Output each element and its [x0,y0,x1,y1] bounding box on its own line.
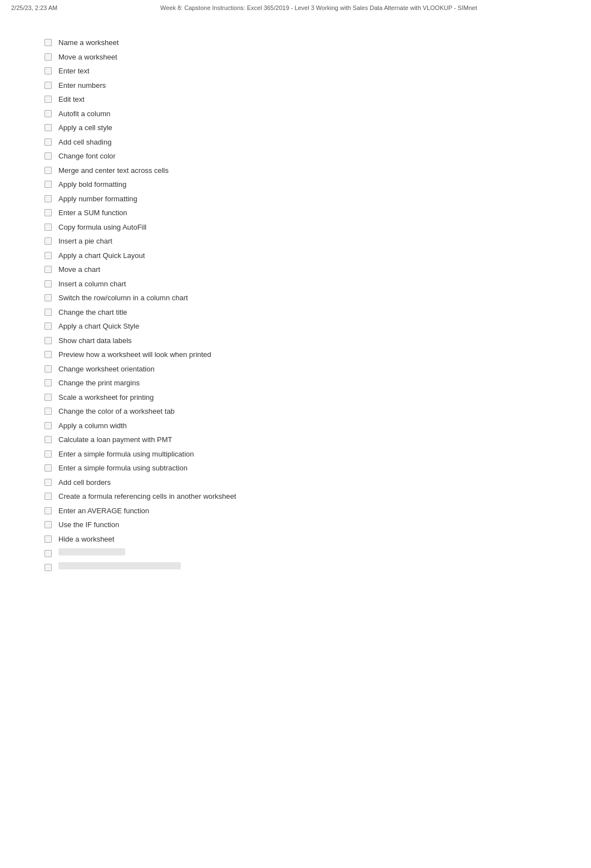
checkbox-32[interactable] [45,479,52,486]
page-header: 2/25/23, 2:23 AM Week 8: Capstone Instru… [0,0,591,13]
checkbox-1[interactable] [45,39,52,46]
checkbox-29[interactable] [45,436,52,443]
blurred-text-1 [58,548,125,555]
checkbox-16[interactable] [45,252,52,259]
checkbox-6[interactable] [45,110,52,117]
checkbox-14[interactable] [45,224,52,231]
header-date: 2/25/23, 2:23 AM [11,4,57,11]
task-label-9: Change font color [58,151,116,162]
task-label-32: Add cell borders [58,477,111,488]
task-item: Add cell borders [45,475,591,490]
checkbox-18[interactable] [45,280,52,287]
task-label-2: Move a worksheet [58,52,117,63]
task-item: Move a worksheet [45,50,591,65]
task-item: Enter numbers [45,78,591,93]
checkbox-4[interactable] [45,82,52,89]
task-item: Edit text [45,92,591,107]
task-item: Hide a worksheet [45,532,591,547]
checkbox-8[interactable] [45,138,52,146]
task-label-35: Use the IF function [58,519,119,530]
task-label-22: Show chart data labels [58,335,132,346]
task-item: Merge and center text across cells [45,163,591,178]
task-item: Change the color of a worksheet tab [45,404,591,419]
checkbox-12[interactable] [45,195,52,202]
task-label-4: Enter numbers [58,80,106,91]
checkbox-21[interactable] [45,323,52,330]
task-item: Apply bold formatting [45,177,591,192]
task-label-15: Insert a pie chart [58,236,112,247]
checkbox-27[interactable] [45,408,52,415]
task-label-24: Change worksheet orientation [58,364,155,375]
checkbox-31[interactable] [45,464,52,472]
task-label-29: Calculate a loan payment with PMT [58,434,172,445]
checkbox-10[interactable] [45,167,52,174]
checkbox-blurred-2[interactable] [45,564,52,571]
checkbox-35[interactable] [45,521,52,528]
checkbox-2[interactable] [45,53,52,61]
task-item: Insert a column chart [45,277,591,291]
task-item: Change the chart title [45,305,591,320]
task-item: Enter a simple formula using subtraction [45,461,591,475]
checkbox-9[interactable] [45,152,52,160]
header-title: Week 8: Capstone Instructions: Excel 365… [57,4,580,11]
checkbox-22[interactable] [45,337,52,344]
task-label-27: Change the color of a worksheet tab [58,406,175,417]
task-item: Apply a chart Quick Layout [45,249,591,263]
checkbox-36[interactable] [45,535,52,543]
task-label-31: Enter a simple formula using subtraction [58,463,188,474]
task-item: Add cell shading [45,135,591,150]
checkbox-28[interactable] [45,422,52,429]
checkbox-26[interactable] [45,394,52,401]
task-item: Autofit a column [45,107,591,121]
blurred-text-2 [58,562,181,569]
task-label-13: Enter a SUM function [58,207,127,219]
task-item: Change worksheet orientation [45,362,591,376]
checkbox-7[interactable] [45,124,52,131]
task-item: Change font color [45,149,591,163]
task-label-14: Copy formula using AutoFill [58,222,146,233]
task-label-17: Move a chart [58,264,100,275]
task-label-28: Apply a column width [58,420,127,431]
task-label-1: Name a worksheet [58,37,119,48]
checkbox-24[interactable] [45,365,52,373]
checkbox-30[interactable] [45,450,52,458]
task-label-23: Preview how a worksheet will look when p… [58,349,211,360]
task-label-20: Change the chart title [58,307,127,318]
checkbox-34[interactable] [45,507,52,514]
checkbox-15[interactable] [45,237,52,245]
task-label-8: Add cell shading [58,137,111,148]
checkbox-19[interactable] [45,294,52,301]
checkbox-25[interactable] [45,379,52,386]
checkbox-11[interactable] [45,181,52,188]
task-item: Apply number formatting [45,192,591,206]
checkbox-20[interactable] [45,309,52,316]
task-item: Switch the row/column in a column chart [45,291,591,305]
checkbox-13[interactable] [45,209,52,216]
checkbox-23[interactable] [45,351,52,358]
task-label-25: Change the print margins [58,378,140,389]
task-label-36: Hide a worksheet [58,534,114,545]
task-label-12: Apply number formatting [58,194,137,205]
task-label-18: Insert a column chart [58,279,126,290]
task-label-6: Autofit a column [58,108,110,120]
checkbox-5[interactable] [45,96,52,103]
task-item: Change the print margins [45,376,591,390]
checkbox-33[interactable] [45,493,52,500]
task-item: Enter a SUM function [45,206,591,220]
task-item: Apply a chart Quick Style [45,319,591,334]
task-item: Show chart data labels [45,334,591,348]
task-item: Apply a column width [45,419,591,433]
task-label-26: Scale a worksheet for printing [58,392,154,403]
task-label-11: Apply bold formatting [58,179,126,190]
task-label-7: Apply a cell style [58,122,112,133]
task-item: Create a formula referencing cells in an… [45,489,591,504]
task-item: Move a chart [45,262,591,277]
task-label-30: Enter a simple formula using multiplicat… [58,449,194,460]
task-item: Enter text [45,64,591,78]
checkbox-3[interactable] [45,67,52,75]
task-label-3: Enter text [58,66,90,77]
task-item: Use the IF function [45,518,591,532]
task-item: Insert a pie chart [45,234,591,249]
checkbox-17[interactable] [45,266,52,273]
checkbox-blurred-1[interactable] [45,550,52,557]
